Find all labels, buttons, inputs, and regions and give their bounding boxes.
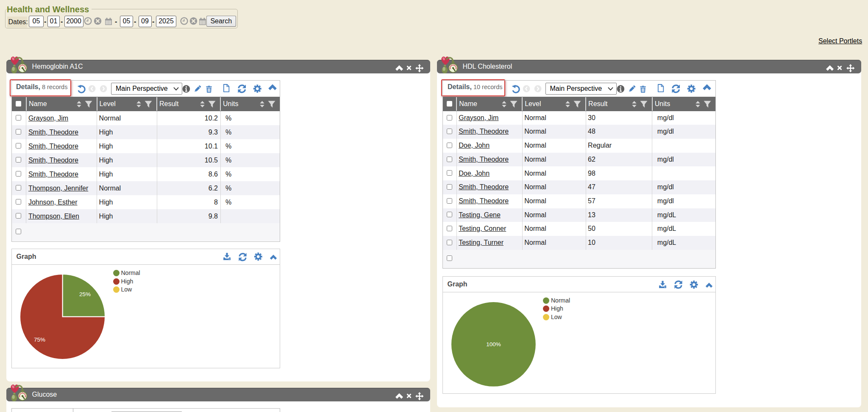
svg-text:75%: 75% <box>33 336 45 342</box>
svg-text:100%: 100% <box>486 341 501 348</box>
svg-text:25%: 25% <box>79 291 90 297</box>
